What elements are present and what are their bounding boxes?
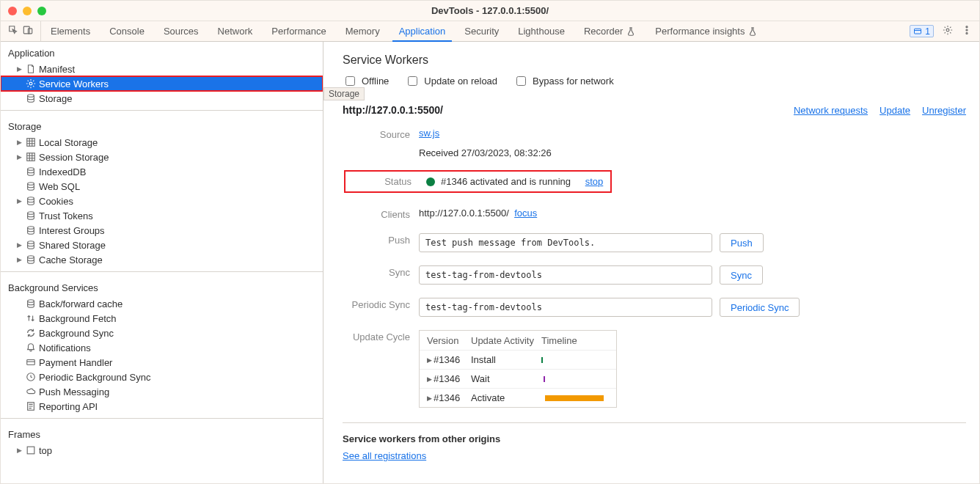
toolbar-left-icons [1,21,41,41]
sb-item-background-sync[interactable]: Background Sync [1,326,323,340]
sb-label: Manifest [39,64,75,75]
unregister-link[interactable]: Unregister [922,105,966,116]
issues-badge[interactable]: 1 [910,25,934,37]
sb-item-indexeddb[interactable]: IndexedDB [1,164,323,179]
report-icon [26,401,36,411]
tab-application[interactable]: Application [390,21,456,41]
bypass-for-network-checkbox[interactable]: Bypass for network [513,74,614,88]
bypass-input[interactable] [516,76,526,86]
uc-row-activate[interactable]: ▶#1346 Activate [420,388,616,407]
sb-item-back-forward-cache[interactable]: Back/forward cache [1,296,323,311]
update-link[interactable]: Update [880,105,910,116]
panel-title: Service Workers [343,54,966,67]
svg-rect-10 [27,153,35,161]
sb-item-websql[interactable]: Web SQL [1,179,323,194]
bell-icon [26,342,36,353]
panel-tabs: Elements Console Sources Network Perform… [41,21,767,41]
sb-item-trust-tokens[interactable]: Trust Tokens [1,208,323,223]
svg-point-6 [966,32,968,34]
svg-rect-19 [27,360,35,365]
close-window-icon[interactable] [8,7,17,15]
sb-item-reporting-api[interactable]: Reporting API [1,399,323,414]
offline-checkbox[interactable]: Offline [343,74,389,88]
divider [1,271,323,272]
tab-performance-insights[interactable]: Performance insights [646,21,767,41]
source-file-link[interactable]: sw.js [419,128,439,139]
grid-icon [26,137,36,147]
network-requests-link[interactable]: Network requests [794,105,868,116]
update-on-reload-checkbox[interactable]: Update on reload [405,74,497,88]
sb-item-cache-storage[interactable]: ▶ Cache Storage [1,252,323,267]
offline-checkbox-input[interactable] [345,76,355,86]
caret-icon: ▶ [427,356,432,364]
sb-item-local-storage[interactable]: ▶ Local Storage [1,135,323,150]
svg-point-17 [28,256,34,259]
database-icon [26,240,36,250]
push-input[interactable] [419,233,712,252]
see-all-registrations-link[interactable]: See all registrations [343,450,426,461]
database-icon [26,166,36,177]
sb-item-cookies[interactable]: ▶ Cookies [1,194,323,208]
sb-item-payment-handler[interactable]: Payment Handler [1,355,323,370]
sb-item-manifest[interactable]: ▶ Manifest [1,62,323,76]
sb-label: Background Fetch [39,313,117,324]
sb-item-storage[interactable]: Storage [1,91,323,106]
periodic-sync-input[interactable] [419,298,712,317]
sb-label: Payment Handler [39,357,112,368]
sb-label: Trust Tokens [39,210,93,221]
sb-item-push-messaging[interactable]: Push Messaging [1,384,323,399]
service-workers-panel: Service Workers Offline Update on reload… [323,42,979,483]
sb-item-notifications[interactable]: Notifications [1,340,323,355]
sb-label: Notifications [39,342,91,353]
tab-security[interactable]: Security [455,21,508,41]
sb-item-shared-storage[interactable]: ▶ Shared Storage [1,238,323,252]
database-icon [26,210,36,221]
sb-section-application: Application [1,42,323,62]
status-label: Status [353,176,420,187]
device-toolbar-icon[interactable] [23,25,33,37]
svg-point-11 [28,168,34,171]
sb-item-session-storage[interactable]: ▶ Session Storage [1,150,323,164]
sb-label: Shared Storage [39,240,106,251]
periodic-sync-button[interactable]: Periodic Sync [720,298,800,317]
tab-network[interactable]: Network [208,21,263,41]
stop-link[interactable]: stop [585,176,604,187]
divider [1,418,323,419]
sb-section-storage: Storage [1,115,323,135]
sync-button[interactable]: Sync [720,265,763,285]
tab-memory[interactable]: Memory [336,21,390,41]
focus-link[interactable]: focus [514,208,537,219]
uc-row-wait[interactable]: ▶#1346 Wait [420,369,616,388]
tab-performance[interactable]: Performance [262,21,335,41]
tab-recorder[interactable]: Recorder [574,21,646,41]
push-label: Push [343,232,410,246]
sync-input[interactable] [419,265,712,285]
sb-item-top-frame[interactable]: ▶ top [1,443,323,458]
gear-icon [26,78,36,89]
sync-label: Sync [343,264,410,278]
database-icon [26,298,36,309]
sw-origin: http://127.0.0.1:5500/ [343,104,443,116]
sb-label: Local Storage [39,137,98,148]
sb-item-background-fetch[interactable]: Background Fetch [1,311,323,326]
update-on-reload-input[interactable] [408,76,417,86]
devtools-window: DevTools - 127.0.0.1:5500/ Elements Cons… [0,0,980,484]
inspect-element-icon[interactable] [8,25,18,37]
push-button[interactable]: Push [720,233,764,252]
sb-label: top [39,445,52,456]
minimize-window-icon[interactable] [23,7,32,15]
traffic-lights [1,7,46,15]
settings-icon[interactable] [943,25,953,37]
more-menu-icon[interactable] [962,25,972,37]
body-split: Application ▶ Manifest Service Workers S… [1,42,979,483]
window-title: DevTools - 127.0.0.1:5500/ [1,5,979,16]
sb-item-interest-groups[interactable]: Interest Groups [1,223,323,238]
tab-sources[interactable]: Sources [154,21,208,41]
sb-item-periodic-bg-sync[interactable]: Periodic Background Sync [1,370,323,384]
tab-elements[interactable]: Elements [41,21,100,41]
zoom-window-icon[interactable] [37,7,46,15]
sb-item-service-workers[interactable]: Service Workers [1,76,323,91]
tab-console[interactable]: Console [100,21,154,41]
uc-row-install[interactable]: ▶#1346 Install [420,350,616,369]
tab-lighthouse[interactable]: Lighthouse [508,21,574,41]
